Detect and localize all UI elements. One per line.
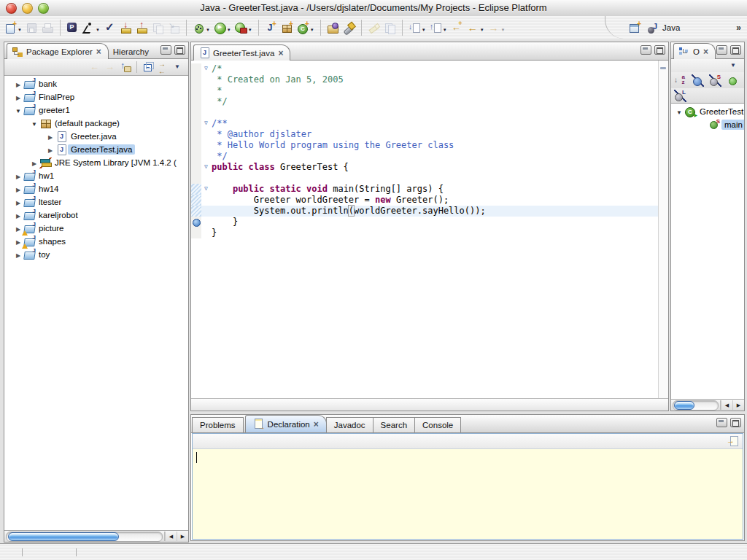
tasks-tab-search[interactable]: Search	[373, 417, 415, 432]
close-tab-icon[interactable]	[278, 50, 283, 57]
editor-ruler[interactable]	[191, 184, 201, 195]
new-java-project-button[interactable]	[263, 20, 279, 36]
tree-item-hw1[interactable]: hw1	[4, 169, 188, 182]
run-button[interactable]	[212, 20, 233, 36]
last-edit-location-button[interactable]	[449, 20, 465, 36]
package-explorer-tab-hierarchy[interactable]: Hierarchy	[109, 45, 155, 58]
outline-hscrollbar[interactable]: ◀ ▶	[671, 399, 744, 411]
tasks-tab-javadoc[interactable]: Javadoc	[326, 417, 374, 432]
collapsed-arrow-icon[interactable]	[13, 211, 23, 219]
prev-annotation-button[interactable]	[428, 20, 449, 36]
editor-hscrollbar[interactable]	[191, 398, 668, 411]
editor-ruler[interactable]	[191, 107, 201, 118]
new-wizard-button[interactable]	[3, 20, 23, 36]
editor-ruler[interactable]	[191, 74, 201, 85]
tree-item-toy[interactable]: toy	[4, 248, 188, 261]
hide-local-types-button[interactable]	[673, 89, 687, 103]
new-package-button[interactable]	[279, 20, 295, 36]
scroll-left-button[interactable]: ◀	[721, 400, 732, 410]
editor-ruler[interactable]	[191, 162, 201, 173]
overview-ruler[interactable]	[658, 61, 668, 398]
java-perspective-button[interactable]: Java	[645, 20, 683, 36]
collapsed-arrow-icon[interactable]	[13, 198, 23, 206]
fold-marker-icon[interactable]	[201, 184, 211, 195]
code-line[interactable]: public static void main(String[] args) {	[191, 184, 659, 195]
minimize-view-button[interactable]	[716, 418, 727, 427]
collapsed-arrow-icon[interactable]	[29, 158, 39, 167]
close-tab-icon[interactable]	[703, 48, 708, 55]
collapsed-arrow-icon[interactable]	[13, 171, 23, 180]
editor-ruler[interactable]	[191, 151, 201, 162]
java-editor[interactable]: /* * Created on Jan 5, 2005 * *//** * @a…	[191, 61, 668, 398]
dropdown-arrow-icon[interactable]	[18, 21, 22, 34]
code-line[interactable]: /*	[191, 63, 659, 74]
tree-item-greeter1[interactable]: greeter1	[4, 104, 188, 117]
editor-ruler[interactable]	[191, 206, 201, 217]
minimize-editor-button[interactable]	[640, 45, 651, 55]
dropdown-arrow-icon[interactable]	[501, 21, 506, 34]
editor-ruler[interactable]	[191, 140, 201, 151]
breakpoint-marker-icon[interactable]	[193, 219, 201, 227]
tree-item-greeter-java[interactable]: Greeter.java	[4, 130, 188, 143]
external-tools-button[interactable]	[233, 20, 254, 36]
code-line[interactable]: }	[191, 217, 659, 228]
window-titlebar[interactable]: Java - GreeterTest.java - /Users/djslate…	[0, 0, 747, 17]
check-button[interactable]	[102, 20, 117, 36]
next-annotation-button[interactable]	[407, 20, 427, 36]
search-button[interactable]	[341, 20, 357, 36]
editor-ruler[interactable]	[191, 63, 201, 74]
close-tab-icon[interactable]	[96, 48, 101, 55]
tree-item-default-package[interactable]: (default package)	[4, 117, 188, 130]
maximize-view-button[interactable]	[174, 45, 185, 55]
tree-item-kareljrobot[interactable]: kareljrobot	[4, 209, 188, 222]
perspective-overflow-button[interactable]: »	[736, 23, 744, 33]
tree-item-finalprep[interactable]: FinalPrep	[4, 90, 188, 104]
dropdown-arrow-icon[interactable]	[227, 21, 231, 34]
maximize-editor-button[interactable]	[654, 45, 665, 55]
collapse-all-button[interactable]	[141, 61, 155, 74]
tree-item-shapes[interactable]: shapes	[4, 235, 188, 248]
expanded-arrow-icon[interactable]	[13, 106, 23, 114]
code-line[interactable]: /**	[191, 118, 659, 129]
tasks-tab-problems[interactable]: Problems	[192, 417, 244, 432]
collapsed-arrow-icon[interactable]	[13, 93, 23, 101]
editor-ruler[interactable]	[191, 195, 201, 206]
tree-item-ltester[interactable]: ltester	[4, 195, 188, 209]
hide-fields-button[interactable]	[691, 74, 705, 88]
tree-item-greetertest[interactable]: GreeterTest	[671, 105, 744, 118]
declaration-source-area[interactable]	[193, 449, 743, 539]
fold-marker-icon[interactable]	[201, 162, 211, 173]
code-line[interactable]: * @author djslater	[191, 129, 659, 140]
hide-non-public-button[interactable]	[726, 74, 740, 88]
code-line[interactable]: * Created on Jan 5, 2005	[191, 74, 659, 85]
dropdown-arrow-icon[interactable]	[480, 21, 484, 34]
scroll-right-button[interactable]: ▶	[732, 400, 744, 410]
close-tab-icon[interactable]	[314, 421, 319, 428]
dropdown-arrow-icon[interactable]	[310, 21, 314, 34]
up-button[interactable]	[119, 61, 133, 74]
dropdown-arrow-icon[interactable]	[206, 21, 210, 34]
editor-ruler[interactable]	[191, 173, 201, 184]
outline-tab-o[interactable]: O	[673, 43, 716, 59]
code-line[interactable]: * Hello World program using the Greeter …	[191, 140, 659, 151]
tasks-tab-console[interactable]: Console	[414, 417, 461, 432]
import-button[interactable]	[118, 20, 133, 36]
maximize-view-button[interactable]	[730, 418, 741, 427]
run-last-launched-button[interactable]	[81, 20, 101, 36]
package-explorer-tab-package-explorer[interactable]: Package Explorer	[7, 43, 109, 59]
collapsed-arrow-icon[interactable]	[45, 145, 55, 154]
code-line[interactable]: Greeter worldGreeter = new Greeter();	[191, 195, 659, 206]
code-line[interactable]: }	[191, 228, 659, 238]
back-button[interactable]	[465, 20, 486, 36]
code-line[interactable]: *	[191, 85, 659, 96]
code-line[interactable]: */	[191, 151, 659, 162]
scrollbar-track[interactable]	[6, 532, 163, 542]
debug-button[interactable]	[191, 20, 212, 36]
dropdown-arrow-icon[interactable]	[443, 21, 447, 34]
editor-ruler[interactable]	[191, 129, 201, 140]
hide-static-members-button[interactable]	[708, 74, 722, 88]
sort-button[interactable]	[673, 74, 687, 88]
editor-ruler[interactable]	[191, 228, 201, 238]
link-with-editor-button[interactable]	[156, 61, 170, 74]
minimize-view-button[interactable]	[160, 45, 171, 55]
